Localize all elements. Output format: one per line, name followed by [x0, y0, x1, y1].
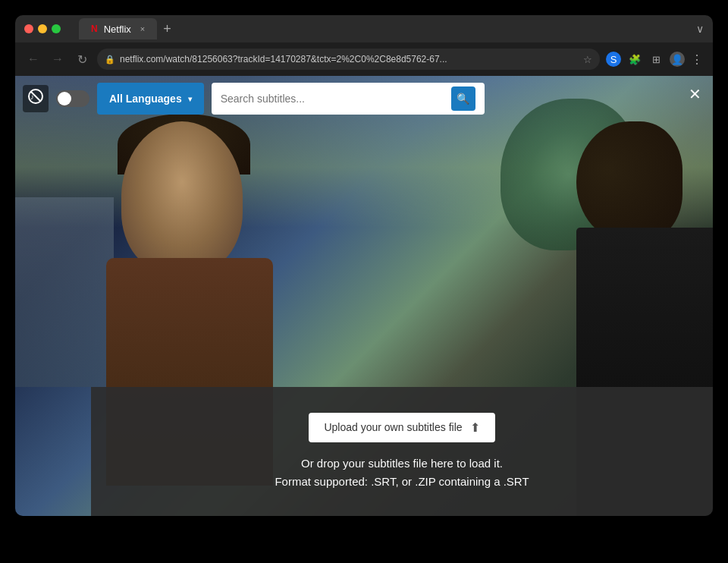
svg-text:♪: ♪ [30, 93, 34, 101]
subtitle-search-bar[interactable]: 🔍 [212, 83, 485, 115]
tab-close-button[interactable]: × [140, 24, 145, 33]
url-text: netflix.com/watch/81256063?trackId=14170… [120, 54, 579, 64]
subtitle-extension-toolbar: ♪ All Languages ▾ 🔍 [15, 76, 713, 121]
tab-area: N Netflix × + [67, 18, 690, 39]
search-button[interactable]: 🔍 [451, 86, 475, 111]
drop-hint-line1: Or drop your subtitles file here to load… [275, 454, 529, 473]
hearing-impaired-icon: ♪ [23, 85, 49, 112]
maximize-window-button[interactable] [52, 24, 61, 33]
tab-title: Netflix [104, 24, 131, 35]
close-window-button[interactable] [24, 24, 33, 33]
subtitle-toggle[interactable] [56, 90, 89, 107]
extensions-puzzle-icon[interactable]: 🧩 [627, 52, 642, 67]
back-button[interactable]: ← [24, 52, 42, 66]
toolbar-icons: S 🧩 ⊞ 👤 ⋮ [606, 52, 704, 67]
lock-icon: 🔒 [105, 55, 115, 64]
forward-button[interactable]: → [49, 52, 67, 66]
netflix-favicon: N [91, 24, 98, 34]
bookmark-icon[interactable]: ☆ [583, 54, 592, 65]
upload-subtitles-button[interactable]: Upload your own subtitles file ⬆ [309, 413, 494, 442]
title-bar: N Netflix × + ∨ [15, 15, 713, 42]
chevron-down-icon: ▾ [188, 95, 192, 103]
extension-s-icon[interactable]: S [606, 52, 621, 67]
address-bar: ← → ↻ 🔒 netflix.com/watch/81256063?track… [15, 42, 713, 76]
language-dropdown-button[interactable]: All Languages ▾ [97, 83, 204, 115]
cast-icon[interactable]: ⊞ [648, 52, 664, 67]
language-dropdown-label: All Languages [109, 93, 182, 105]
traffic-lights [24, 24, 61, 33]
scene-building [15, 197, 114, 387]
active-tab[interactable]: N Netflix × [79, 18, 157, 39]
upload-icon: ⬆ [470, 420, 480, 435]
url-bar[interactable]: 🔒 netflix.com/watch/81256063?trackId=141… [97, 49, 600, 70]
minimize-window-button[interactable] [38, 24, 47, 33]
close-overlay-button[interactable]: ✕ [684, 83, 705, 105]
upload-button-label: Upload your own subtitles file [324, 421, 462, 433]
search-icon: 🔍 [457, 93, 469, 105]
subtitle-drop-zone[interactable]: Upload your own subtitles file ⬆ Or drop… [91, 387, 713, 516]
more-options-icon[interactable]: ⋮ [691, 52, 704, 67]
profile-avatar-icon[interactable]: 👤 [670, 52, 685, 67]
actor-left [106, 121, 273, 425]
subtitle-search-input[interactable] [221, 93, 451, 105]
drop-hint-text: Or drop your subtitles file here to load… [275, 454, 529, 491]
new-tab-button[interactable]: + [163, 21, 171, 37]
refresh-button[interactable]: ↻ [73, 52, 91, 67]
window-expand-button[interactable]: ∨ [696, 23, 704, 35]
content-area: ♪ All Languages ▾ 🔍 ✕ Upload your own su… [15, 76, 713, 516]
actor-right-head [576, 121, 682, 243]
actor-left-face [121, 121, 243, 273]
drop-hint-line2: Format supported: .SRT, or .ZIP containi… [275, 473, 529, 491]
browser-window: N Netflix × + ∨ ← → ↻ 🔒 netflix.com/watc… [15, 15, 713, 516]
